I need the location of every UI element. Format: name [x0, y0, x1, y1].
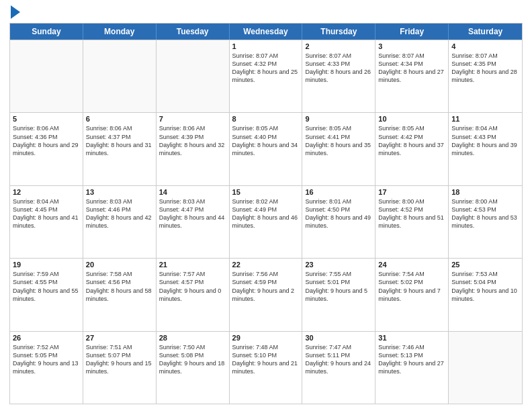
cell-info: Sunrise: 7:46 AM Sunset: 5:13 PM Dayligh… — [378, 343, 445, 376]
logo-arrow-icon — [11, 5, 20, 19]
calendar-cell-day-8: 8Sunrise: 8:05 AM Sunset: 4:40 PM Daylig… — [230, 113, 303, 185]
day-number: 11 — [451, 115, 519, 123]
day-number: 3 — [378, 42, 445, 50]
calendar-row-4: 26Sunrise: 7:52 AM Sunset: 5:05 PM Dayli… — [10, 331, 522, 404]
day-number: 18 — [451, 188, 519, 196]
cell-info: Sunrise: 7:55 AM Sunset: 5:01 PM Dayligh… — [305, 270, 372, 303]
cell-info: Sunrise: 7:59 AM Sunset: 4:55 PM Dayligh… — [13, 270, 80, 303]
calendar-body: 1Sunrise: 8:07 AM Sunset: 4:32 PM Daylig… — [10, 40, 522, 404]
calendar-row-0: 1Sunrise: 8:07 AM Sunset: 4:32 PM Daylig… — [10, 40, 522, 112]
header-day-sunday: Sunday — [10, 24, 83, 40]
cell-info: Sunrise: 7:51 AM Sunset: 5:07 PM Dayligh… — [86, 343, 153, 376]
cell-info: Sunrise: 8:05 AM Sunset: 4:41 PM Dayligh… — [305, 124, 372, 157]
calendar: SundayMondayTuesdayWednesdayThursdayFrid… — [9, 23, 523, 404]
cell-info: Sunrise: 8:07 AM Sunset: 4:32 PM Dayligh… — [232, 52, 300, 85]
day-number: 12 — [13, 188, 80, 196]
cell-info: Sunrise: 7:50 AM Sunset: 5:08 PM Dayligh… — [159, 343, 226, 376]
day-number: 21 — [159, 261, 226, 269]
cell-info: Sunrise: 8:04 AM Sunset: 4:45 PM Dayligh… — [13, 197, 80, 230]
header-day-saturday: Saturday — [449, 24, 522, 40]
cell-info: Sunrise: 8:01 AM Sunset: 4:50 PM Dayligh… — [305, 197, 372, 230]
day-number: 28 — [159, 334, 226, 342]
calendar-cell-day-3: 3Sunrise: 8:07 AM Sunset: 4:34 PM Daylig… — [375, 40, 449, 112]
cell-info: Sunrise: 7:52 AM Sunset: 5:05 PM Dayligh… — [13, 343, 80, 376]
calendar-cell-day-18: 18Sunrise: 8:00 AM Sunset: 4:53 PM Dayli… — [449, 186, 522, 258]
cell-info: Sunrise: 7:54 AM Sunset: 5:02 PM Dayligh… — [378, 270, 445, 303]
cell-info: Sunrise: 8:02 AM Sunset: 4:49 PM Dayligh… — [232, 197, 300, 230]
day-number: 10 — [378, 115, 445, 123]
calendar-cell-day-28: 28Sunrise: 7:50 AM Sunset: 5:08 PM Dayli… — [157, 332, 230, 404]
calendar-cell-day-15: 15Sunrise: 8:02 AM Sunset: 4:49 PM Dayli… — [230, 186, 303, 258]
day-number: 30 — [305, 334, 372, 342]
calendar-cell-day-23: 23Sunrise: 7:55 AM Sunset: 5:01 PM Dayli… — [302, 259, 375, 330]
calendar-cell-day-7: 7Sunrise: 8:06 AM Sunset: 4:39 PM Daylig… — [157, 113, 230, 185]
calendar-cell-day-21: 21Sunrise: 7:57 AM Sunset: 4:57 PM Dayli… — [157, 259, 230, 330]
cell-info: Sunrise: 8:00 AM Sunset: 4:53 PM Dayligh… — [451, 197, 519, 230]
cell-info: Sunrise: 8:03 AM Sunset: 4:46 PM Dayligh… — [86, 197, 153, 230]
day-number: 8 — [232, 115, 300, 123]
calendar-cell-day-31: 31Sunrise: 7:46 AM Sunset: 5:13 PM Dayli… — [375, 332, 449, 404]
calendar-row-1: 5Sunrise: 8:06 AM Sunset: 4:36 PM Daylig… — [10, 112, 522, 185]
cell-info: Sunrise: 8:06 AM Sunset: 4:36 PM Dayligh… — [13, 124, 80, 157]
day-number: 16 — [305, 188, 372, 196]
calendar-cell-empty — [449, 332, 522, 404]
day-number: 14 — [159, 188, 226, 196]
day-number: 15 — [232, 188, 300, 196]
header-day-monday: Monday — [83, 24, 157, 40]
calendar-cell-day-10: 10Sunrise: 8:05 AM Sunset: 4:42 PM Dayli… — [375, 113, 449, 185]
cell-info: Sunrise: 8:07 AM Sunset: 4:33 PM Dayligh… — [305, 52, 372, 85]
day-number: 17 — [378, 188, 445, 196]
cell-info: Sunrise: 8:03 AM Sunset: 4:47 PM Dayligh… — [159, 197, 226, 230]
day-number: 25 — [451, 261, 519, 269]
cell-info: Sunrise: 7:58 AM Sunset: 4:56 PM Dayligh… — [86, 270, 153, 303]
calendar-cell-day-19: 19Sunrise: 7:59 AM Sunset: 4:55 PM Dayli… — [10, 259, 83, 330]
calendar-cell-day-25: 25Sunrise: 7:53 AM Sunset: 5:04 PM Dayli… — [449, 259, 522, 330]
calendar-cell-empty — [10, 40, 83, 112]
day-number: 29 — [232, 334, 300, 342]
calendar-cell-day-17: 17Sunrise: 8:00 AM Sunset: 4:52 PM Dayli… — [375, 186, 449, 258]
cell-info: Sunrise: 8:06 AM Sunset: 4:39 PM Dayligh… — [159, 124, 226, 157]
calendar-cell-empty — [83, 40, 157, 112]
cell-info: Sunrise: 7:56 AM Sunset: 4:59 PM Dayligh… — [232, 270, 300, 303]
day-number: 27 — [86, 334, 153, 342]
day-number: 24 — [378, 261, 445, 269]
calendar-cell-day-30: 30Sunrise: 7:47 AM Sunset: 5:11 PM Dayli… — [302, 332, 375, 404]
calendar-cell-day-26: 26Sunrise: 7:52 AM Sunset: 5:05 PM Dayli… — [10, 332, 83, 404]
day-number: 4 — [451, 42, 519, 50]
cell-info: Sunrise: 7:53 AM Sunset: 5:04 PM Dayligh… — [451, 270, 519, 303]
cell-info: Sunrise: 8:05 AM Sunset: 4:42 PM Dayligh… — [378, 124, 445, 157]
day-number: 1 — [232, 42, 300, 50]
header-day-wednesday: Wednesday — [230, 24, 303, 40]
day-number: 6 — [86, 115, 153, 123]
day-number: 13 — [86, 188, 153, 196]
calendar-cell-day-16: 16Sunrise: 8:01 AM Sunset: 4:50 PM Dayli… — [302, 186, 375, 258]
day-number: 20 — [86, 261, 153, 269]
calendar-cell-day-5: 5Sunrise: 8:06 AM Sunset: 4:36 PM Daylig… — [10, 113, 83, 185]
cell-info: Sunrise: 7:47 AM Sunset: 5:11 PM Dayligh… — [305, 343, 372, 376]
calendar-cell-day-11: 11Sunrise: 8:04 AM Sunset: 4:43 PM Dayli… — [449, 113, 522, 185]
day-number: 22 — [232, 261, 300, 269]
calendar-cell-day-27: 27Sunrise: 7:51 AM Sunset: 5:07 PM Dayli… — [83, 332, 157, 404]
logo — [9, 7, 20, 19]
calendar-row-3: 19Sunrise: 7:59 AM Sunset: 4:55 PM Dayli… — [10, 258, 522, 330]
calendar-cell-day-9: 9Sunrise: 8:05 AM Sunset: 4:41 PM Daylig… — [302, 113, 375, 185]
cell-info: Sunrise: 7:57 AM Sunset: 4:57 PM Dayligh… — [159, 270, 226, 303]
day-number: 19 — [13, 261, 80, 269]
cell-info: Sunrise: 8:07 AM Sunset: 4:35 PM Dayligh… — [451, 52, 519, 85]
page: SundayMondayTuesdayWednesdayThursdayFrid… — [0, 0, 532, 411]
cell-info: Sunrise: 8:05 AM Sunset: 4:40 PM Dayligh… — [232, 124, 300, 157]
calendar-cell-day-14: 14Sunrise: 8:03 AM Sunset: 4:47 PM Dayli… — [157, 186, 230, 258]
calendar-cell-day-13: 13Sunrise: 8:03 AM Sunset: 4:46 PM Dayli… — [83, 186, 157, 258]
calendar-row-2: 12Sunrise: 8:04 AM Sunset: 4:45 PM Dayli… — [10, 185, 522, 258]
day-number: 31 — [378, 334, 445, 342]
cell-info: Sunrise: 8:04 AM Sunset: 4:43 PM Dayligh… — [451, 124, 519, 157]
calendar-header: SundayMondayTuesdayWednesdayThursdayFrid… — [10, 24, 522, 40]
calendar-cell-day-12: 12Sunrise: 8:04 AM Sunset: 4:45 PM Dayli… — [10, 186, 83, 258]
day-number: 7 — [159, 115, 226, 123]
day-number: 9 — [305, 115, 372, 123]
day-number: 26 — [13, 334, 80, 342]
calendar-cell-empty — [157, 40, 230, 112]
header-day-tuesday: Tuesday — [157, 24, 230, 40]
calendar-cell-day-22: 22Sunrise: 7:56 AM Sunset: 4:59 PM Dayli… — [230, 259, 303, 330]
calendar-cell-day-29: 29Sunrise: 7:48 AM Sunset: 5:10 PM Dayli… — [230, 332, 303, 404]
